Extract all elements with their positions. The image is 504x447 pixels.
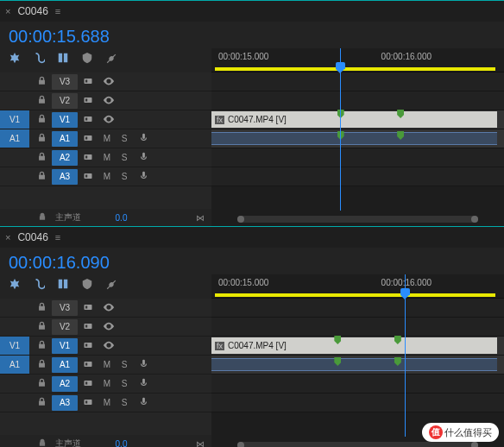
wrench-icon[interactable] xyxy=(105,52,117,66)
playhead[interactable] xyxy=(340,48,341,211)
source-patch[interactable] xyxy=(0,167,29,186)
source-patch[interactable]: V1 xyxy=(0,337,29,355)
lock-icon[interactable] xyxy=(31,76,52,87)
track-target[interactable]: A3 xyxy=(52,169,78,185)
master-level[interactable]: 0.0 xyxy=(116,213,128,223)
playhead-timecode[interactable]: 00:00:15.688 xyxy=(0,22,504,48)
linked-selection-icon[interactable] xyxy=(57,52,69,66)
source-patch[interactable] xyxy=(0,72,29,91)
video-clip[interactable]: fx C0047.MP4 [V] xyxy=(211,337,497,354)
track-lane-a1[interactable] xyxy=(211,129,504,148)
mic-icon[interactable] xyxy=(133,397,154,408)
sync-lock-icon[interactable] xyxy=(78,359,98,371)
lock-icon[interactable] xyxy=(31,359,52,370)
track-target[interactable]: V3 xyxy=(52,300,78,316)
source-patch[interactable] xyxy=(0,299,29,317)
mute-button[interactable]: M xyxy=(98,379,116,388)
work-area-bar[interactable] xyxy=(215,67,495,71)
mute-button[interactable]: M xyxy=(98,360,116,369)
sequence-tab[interactable]: C0046 xyxy=(17,231,47,243)
bowtie-icon[interactable]: ⋈ xyxy=(196,213,205,223)
source-patch[interactable]: A1 xyxy=(0,129,29,148)
track-target[interactable]: V1 xyxy=(52,338,78,354)
mic-icon[interactable] xyxy=(133,133,154,144)
track-target[interactable]: A1 xyxy=(52,357,78,373)
solo-button[interactable]: S xyxy=(116,153,133,162)
clip-marker[interactable] xyxy=(394,357,401,366)
source-patch[interactable] xyxy=(0,148,29,167)
sync-lock-icon[interactable] xyxy=(78,171,98,183)
source-patch[interactable] xyxy=(0,91,29,110)
track-target[interactable]: A3 xyxy=(52,395,78,411)
source-patch[interactable] xyxy=(0,393,29,412)
solo-button[interactable]: S xyxy=(116,134,133,143)
track-lane-v1[interactable]: fx C0047.MP4 [V] xyxy=(211,110,504,129)
track-target[interactable]: V2 xyxy=(52,93,78,109)
track-target[interactable]: A2 xyxy=(52,376,78,392)
lock-icon[interactable] xyxy=(38,212,47,223)
close-icon[interactable]: × xyxy=(5,232,10,242)
lock-icon[interactable] xyxy=(38,438,47,447)
mute-button[interactable]: M xyxy=(98,134,116,143)
track-lane-v1[interactable]: fx C0047.MP4 [V] xyxy=(211,337,504,356)
track-target[interactable]: A1 xyxy=(52,131,78,147)
sync-lock-icon[interactable] xyxy=(78,76,98,88)
timeline-content[interactable]: 00:00:15.000 00:00:16.000 fx C0047.MP4 [… xyxy=(211,274,504,447)
track-target[interactable]: V3 xyxy=(52,74,78,90)
horizontal-scrollbar[interactable] xyxy=(237,442,478,447)
linked-selection-icon[interactable] xyxy=(57,278,69,292)
sync-lock-icon[interactable] xyxy=(78,321,98,333)
panel-menu-icon[interactable]: ≡ xyxy=(55,232,59,242)
eye-icon[interactable] xyxy=(98,320,119,334)
magnet-icon[interactable] xyxy=(33,278,45,292)
mute-button[interactable]: M xyxy=(98,398,116,407)
lock-icon[interactable] xyxy=(31,171,52,182)
clip-marker[interactable] xyxy=(397,131,404,140)
marker-shield-icon[interactable] xyxy=(81,52,93,66)
lock-icon[interactable] xyxy=(31,340,52,351)
sync-lock-icon[interactable] xyxy=(78,397,98,409)
clip-marker[interactable] xyxy=(394,336,401,344)
source-patch[interactable]: V1 xyxy=(0,110,29,129)
solo-button[interactable]: S xyxy=(116,172,133,181)
eye-icon[interactable] xyxy=(98,94,119,108)
solo-button[interactable]: S xyxy=(116,379,133,388)
lock-icon[interactable] xyxy=(31,152,52,163)
master-level[interactable]: 0.0 xyxy=(116,439,128,448)
mic-icon[interactable] xyxy=(133,171,154,182)
lock-icon[interactable] xyxy=(31,397,52,408)
time-ruler[interactable]: 00:00:15.000 00:00:16.000 xyxy=(211,48,504,72)
lock-icon[interactable] xyxy=(31,95,52,106)
mic-icon[interactable] xyxy=(133,378,154,389)
mic-icon[interactable] xyxy=(133,359,154,370)
sync-lock-icon[interactable] xyxy=(78,95,98,107)
eye-icon[interactable] xyxy=(98,339,119,353)
timeline-content[interactable]: 00:00:15.000 00:00:16.000 fx C0047.MP4 [… xyxy=(211,48,504,226)
playhead[interactable] xyxy=(405,274,406,437)
close-icon[interactable]: × xyxy=(5,6,10,16)
magnet-icon[interactable] xyxy=(33,52,45,66)
mic-icon[interactable] xyxy=(133,152,154,163)
wrench-icon[interactable] xyxy=(105,278,117,292)
sequence-tab[interactable]: C0046 xyxy=(17,5,47,17)
sync-lock-icon[interactable] xyxy=(78,302,98,314)
sync-lock-icon[interactable] xyxy=(78,114,98,126)
clip-marker[interactable] xyxy=(397,110,404,118)
source-patch[interactable] xyxy=(0,318,29,336)
sync-lock-icon[interactable] xyxy=(78,340,98,352)
playhead-timecode[interactable]: 00:00:16.090 xyxy=(0,248,504,274)
solo-button[interactable]: S xyxy=(116,360,133,369)
source-patch[interactable]: A1 xyxy=(0,356,29,374)
lock-icon[interactable] xyxy=(31,378,52,389)
solo-button[interactable]: S xyxy=(116,398,133,407)
audio-clip[interactable] xyxy=(211,132,497,145)
video-clip[interactable]: fx C0047.MP4 [V] xyxy=(211,111,497,128)
sync-lock-icon[interactable] xyxy=(78,152,98,164)
panel-menu-icon[interactable]: ≡ xyxy=(55,6,59,16)
sync-lock-icon[interactable] xyxy=(78,378,98,390)
eye-icon[interactable] xyxy=(98,301,119,315)
snap-nest-icon[interactable] xyxy=(9,52,21,66)
track-target[interactable]: V1 xyxy=(52,112,78,128)
mute-button[interactable]: M xyxy=(98,153,116,162)
horizontal-scrollbar[interactable] xyxy=(237,216,478,223)
